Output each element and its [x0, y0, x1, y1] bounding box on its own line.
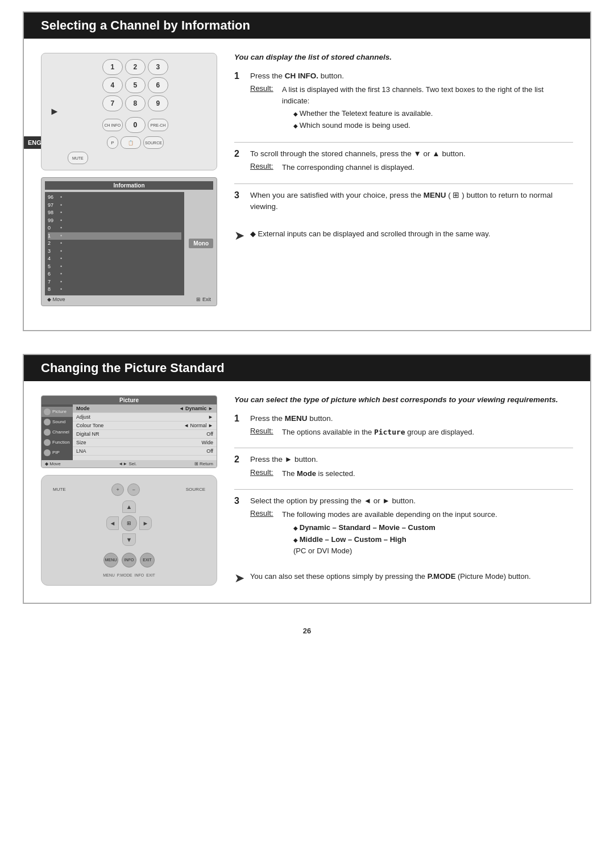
section1-right: You can display the list of stored chann…	[234, 53, 573, 313]
key-9: 9	[148, 95, 168, 111]
channel-row-7: 7•	[48, 278, 181, 286]
step3-content: When you are satisfied with your choice,…	[250, 190, 573, 215]
adjust-value: ►	[208, 414, 213, 420]
s2-step2-text: Press the ► button.	[250, 454, 573, 465]
bullet1-1: Whether the Teletext feature is availabl…	[293, 108, 573, 120]
s2-step1-num: 1	[234, 413, 244, 424]
size-value: Wide	[201, 440, 213, 445]
s2-step3-bullets: Dynamic – Standard – Movie – Custom Midd…	[293, 522, 497, 557]
s2-step3-content: Select the option by pressing the ◄ or ►…	[250, 495, 573, 557]
key-0: 0	[125, 117, 146, 133]
step1-num: 1	[234, 70, 244, 81]
mode-label: Mode	[76, 406, 179, 411]
page: ENG Selecting a Channel by Information ►…	[0, 0, 614, 868]
picture-main-menu: Mode ◄ Dynamic ► Adjust ► Colour Tone ◄ …	[73, 404, 217, 460]
section2-note-box: ➤ You can also set these options simply …	[234, 567, 573, 585]
channel-row-6: 6•	[48, 270, 181, 278]
key-p-icon: P	[107, 136, 118, 149]
keypad-grid: 1 2 3 4 5 6 7 8 9	[102, 59, 168, 111]
s2-step2-content: Press the ► button. Result: The Mode is …	[250, 454, 573, 479]
key-mute: MUTE	[68, 152, 88, 164]
label-exit: EXIT	[146, 573, 155, 577]
section2-title: Changing the Picture Standard	[24, 355, 590, 381]
lna-value: Off	[206, 448, 213, 454]
footer-move: ◆ Move	[45, 461, 61, 466]
adjust-label: Adjust	[76, 414, 208, 420]
key-5: 5	[125, 77, 146, 93]
step2: 2 To scroll through the stored channels,…	[234, 148, 573, 173]
key-7: 7	[102, 95, 123, 111]
step3-text: When you are satisfied with your choice,…	[250, 190, 573, 213]
s2-result3-text: The following modes are available depend…	[282, 509, 497, 557]
exit-btn[interactable]: EXIT	[140, 553, 155, 567]
channel-row-4: 4•	[48, 255, 181, 263]
step1-text: Press the CH INFO. button.	[250, 70, 573, 82]
vol-dn-btn[interactable]: −	[127, 483, 140, 496]
sidebar-sound-label: Sound	[52, 419, 65, 424]
size-label: Size	[76, 440, 201, 445]
step1-bullets: Whether the Teletext feature is availabl…	[293, 108, 573, 132]
s2-step3-num: 3	[234, 495, 244, 506]
dpad-left[interactable]: ◄	[106, 516, 119, 530]
sound-sidebar-icon	[44, 419, 51, 425]
mono-box: Mono	[189, 239, 213, 248]
s2-bullet1: Dynamic – Standard – Movie – Custom	[293, 522, 497, 534]
s2-divider1	[234, 448, 573, 448]
key-2: 2	[125, 59, 146, 75]
key-chinfo: CH INFO	[102, 119, 123, 131]
info-screen-body: 96• 97• 98• 99• 0• 1• 2• 3• 4• 5• 6• 7•	[45, 192, 213, 295]
section2-left: Picture Picture Sound	[41, 395, 217, 586]
info-screen-title: Information	[45, 181, 213, 190]
picture-row-mode: Mode ◄ Dynamic ►	[73, 404, 217, 413]
info-screen-footer: ◆ Move ⊞ Exit	[45, 295, 213, 302]
sidebar-channel: Channel	[42, 427, 73, 437]
picture-screen: Picture Picture Sound	[41, 395, 217, 468]
dpad-right[interactable]: ►	[139, 516, 152, 530]
dpad-down[interactable]: ▼	[122, 533, 136, 546]
section1-left: ► 1 2 3 4 5 6 7 8 9	[41, 53, 217, 313]
s2-result1-label: Result:	[250, 427, 277, 438]
remote2-top: MUTE + − SOURCE	[53, 483, 205, 496]
picture-row-size: Size Wide	[73, 439, 217, 447]
channel-row-97: 97•	[48, 202, 181, 210]
section2-content: Picture Picture Sound	[41, 395, 573, 586]
s2-step1: 1 Press the MENU button. Result: The opt…	[234, 413, 573, 438]
s2-result1-text: The options available in the Picture gro…	[282, 427, 474, 438]
section-selecting-channel: Selecting a Channel by Information ► 1 2…	[23, 11, 591, 331]
colourtone-label: Colour Tone	[76, 423, 184, 428]
step3-num: 3	[234, 190, 244, 201]
dpad: ▲ ▼ ◄ ► ⊞	[106, 500, 152, 546]
s2-step3-result: Result: The following modes are availabl…	[250, 509, 573, 557]
remote2-image: MUTE + − SOURCE ▲ ▼ ◄ ► ⊞	[41, 475, 217, 586]
note-arrow-icon: ➤	[234, 229, 244, 242]
digitalnr-value: Off	[206, 431, 213, 437]
menu-btn[interactable]: MENU	[103, 553, 118, 567]
step1-result: Result: A list is displayed with the fir…	[250, 84, 573, 132]
section-picture-standard: Changing the Picture Standard Picture Pi…	[23, 354, 591, 604]
channel-row-99: 99•	[48, 217, 181, 225]
label-menu: MENU	[103, 573, 115, 577]
footer-sel: ◄► Sel.	[118, 461, 136, 466]
key-memo: 📋	[121, 136, 141, 149]
s2-result2-label: Result:	[250, 468, 277, 479]
sidebar-pip-label: PIP	[52, 450, 60, 455]
info-btn[interactable]: INFO	[122, 553, 136, 567]
digitalnr-label: Digital NR	[76, 431, 206, 437]
channel-row-2: 2•	[48, 240, 181, 248]
section1-subtitle: You can display the list of stored chann…	[234, 53, 573, 61]
dpad-center[interactable]: ⊞	[121, 515, 137, 531]
page-number: 26	[23, 627, 591, 635]
s2-step2: 2 Press the ► button. Result: The Mode i…	[234, 454, 573, 479]
s2-result2-text: The Mode is selected.	[282, 468, 355, 479]
source-label: SOURCE	[186, 487, 205, 492]
label-pmode: P.MODE	[117, 573, 132, 577]
vol-up-btn[interactable]: +	[111, 483, 124, 496]
key-1: 1	[102, 59, 123, 75]
sidebar-channel-label: Channel	[52, 429, 69, 435]
step1: 1 Press the CH INFO. button. Result: A l…	[234, 70, 573, 132]
channel-row-5: 5•	[48, 263, 181, 271]
channel-row-8: 8•	[48, 286, 181, 294]
key-source: SOURCE	[143, 136, 164, 149]
dpad-up[interactable]: ▲	[122, 500, 136, 513]
footer-exit: ⊞ Exit	[196, 297, 211, 302]
